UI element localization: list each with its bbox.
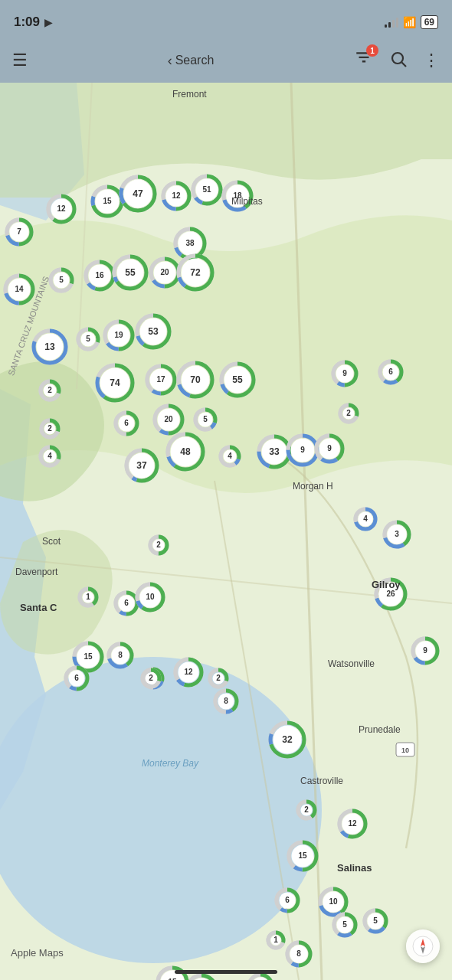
cluster-label: 14 bbox=[15, 286, 23, 293]
cluster-marker[interactable]: 8 bbox=[213, 688, 239, 714]
cluster-label: 70 bbox=[190, 375, 200, 384]
cluster-marker[interactable]: 26 bbox=[374, 577, 408, 611]
cluster-ring: 8 bbox=[213, 688, 239, 714]
cluster-marker[interactable]: 1 bbox=[266, 930, 286, 950]
cluster-marker[interactable]: 13 bbox=[31, 328, 68, 365]
more-button[interactable]: ⋮ bbox=[423, 51, 440, 70]
back-button[interactable]: ‹ Search bbox=[168, 53, 215, 69]
cluster-marker[interactable]: 18 bbox=[221, 180, 254, 212]
cluster-label: 5 bbox=[86, 335, 90, 343]
cluster-marker[interactable]: 12 bbox=[173, 657, 204, 688]
cluster-marker[interactable]: 9 bbox=[411, 636, 440, 665]
cluster-marker[interactable]: 1 bbox=[77, 586, 99, 608]
cluster-marker[interactable]: 8 bbox=[106, 642, 134, 669]
cluster-marker[interactable]: 2 bbox=[338, 403, 359, 424]
cluster-label: 5 bbox=[59, 276, 64, 284]
cluster-marker[interactable]: 6 bbox=[64, 665, 90, 691]
cluster-marker[interactable]: 4 bbox=[38, 445, 61, 468]
cluster-ring: 12 bbox=[173, 657, 204, 688]
cluster-marker[interactable]: 55 bbox=[219, 361, 256, 398]
cluster-ring: 9 bbox=[314, 433, 345, 464]
cluster-marker[interactable]: 20 bbox=[152, 403, 185, 436]
cluster-marker[interactable]: 8 bbox=[285, 940, 313, 968]
search-icon bbox=[389, 50, 408, 68]
back-arrow-icon: ‹ bbox=[168, 53, 172, 69]
signal-bar-2 bbox=[388, 22, 391, 28]
cluster-ring: 51 bbox=[191, 174, 223, 206]
wifi-icon: 📶 bbox=[403, 16, 416, 28]
cluster-marker[interactable]: 5 bbox=[332, 912, 358, 938]
cluster-marker[interactable]: 2 bbox=[39, 418, 61, 439]
cluster-marker[interactable]: 12 bbox=[337, 808, 368, 839]
cluster-marker[interactable]: 9 bbox=[331, 360, 359, 387]
cluster-marker[interactable]: 5 bbox=[193, 407, 218, 432]
status-time: 1:09 bbox=[14, 15, 40, 30]
cluster-label: 7 bbox=[17, 228, 21, 236]
search-button[interactable] bbox=[389, 50, 408, 71]
cluster-label: 6 bbox=[74, 675, 79, 682]
location-icon: ▶ bbox=[44, 16, 53, 28]
cluster-marker[interactable]: 32 bbox=[268, 720, 306, 759]
cluster-marker[interactable]: 7 bbox=[5, 217, 34, 247]
cluster-ring: 1 bbox=[77, 586, 99, 608]
cluster-marker[interactable]: 2 bbox=[140, 668, 162, 689]
cluster-marker[interactable]: 16 bbox=[84, 260, 116, 292]
cluster-marker[interactable]: 9 bbox=[314, 433, 345, 464]
cluster-label: 15 bbox=[103, 198, 111, 205]
cluster-marker[interactable]: 5 bbox=[48, 267, 74, 293]
cluster-label: 2 bbox=[346, 410, 351, 417]
cluster-label: 15 bbox=[84, 653, 92, 661]
cluster-ring: 5 bbox=[332, 912, 358, 938]
cluster-marker[interactable]: 14 bbox=[3, 273, 35, 305]
cluster-ring: 15 bbox=[185, 973, 218, 980]
battery-level: 69 bbox=[421, 15, 438, 29]
cluster-ring: 2 bbox=[38, 379, 61, 402]
cluster-ring: 19 bbox=[103, 319, 135, 351]
cluster-label: 12 bbox=[172, 192, 180, 200]
map[interactable]: 10 Fremont Milpitas Morgan H Gilroy Sant… bbox=[0, 83, 452, 980]
cluster-ring: 47 bbox=[119, 175, 157, 213]
cluster-label: 16 bbox=[95, 272, 103, 279]
cluster-marker[interactable]: 2 bbox=[148, 534, 169, 556]
cluster-marker[interactable]: 2 bbox=[38, 379, 61, 402]
cluster-label: 10 bbox=[329, 898, 337, 906]
cluster-marker[interactable]: 15 bbox=[287, 840, 319, 872]
cluster-marker[interactable]: 2 bbox=[208, 668, 229, 689]
cluster-marker[interactable]: 72 bbox=[176, 253, 215, 292]
compass-button[interactable] bbox=[406, 929, 440, 963]
cluster-marker[interactable]: 55 bbox=[112, 254, 149, 291]
cluster-marker[interactable]: 6 bbox=[113, 410, 139, 436]
cluster-label: 8 bbox=[118, 652, 123, 659]
cluster-marker[interactable]: 6 bbox=[274, 887, 300, 913]
cluster-marker[interactable]: 4 bbox=[218, 445, 241, 468]
cluster-label: 53 bbox=[148, 327, 158, 336]
cluster-label: 12 bbox=[184, 668, 192, 676]
cluster-ring: 6 bbox=[64, 665, 90, 691]
cluster-marker[interactable]: 12 bbox=[161, 181, 192, 211]
cluster-marker[interactable]: 2 bbox=[296, 799, 317, 821]
cluster-label: 9 bbox=[300, 446, 305, 454]
cluster-marker[interactable]: 48 bbox=[165, 432, 205, 472]
cluster-label: 6 bbox=[388, 368, 393, 376]
hamburger-button[interactable]: ☰ bbox=[12, 51, 28, 70]
cluster-marker[interactable]: 6 bbox=[378, 359, 404, 385]
cluster-marker[interactable]: 53 bbox=[135, 313, 172, 350]
svg-point-0 bbox=[392, 53, 403, 64]
cluster-marker[interactable]: 15 bbox=[185, 973, 218, 980]
cluster-marker[interactable]: 12 bbox=[46, 194, 77, 224]
cluster-marker[interactable]: 5 bbox=[362, 908, 388, 934]
cluster-label: 1 bbox=[86, 593, 90, 601]
cluster-marker[interactable]: 47 bbox=[119, 175, 157, 213]
cluster-marker[interactable]: 70 bbox=[176, 361, 215, 399]
cluster-marker[interactable]: 17 bbox=[145, 364, 177, 396]
cluster-marker[interactable]: 10 bbox=[135, 582, 165, 612]
cluster-marker[interactable]: 5 bbox=[76, 327, 100, 351]
cluster-marker[interactable]: 19 bbox=[103, 319, 135, 351]
cluster-marker[interactable]: 51 bbox=[191, 174, 223, 206]
cluster-marker[interactable]: 37 bbox=[124, 448, 159, 483]
filter-button[interactable]: 1 bbox=[354, 49, 374, 72]
cluster-marker[interactable]: 3 bbox=[382, 520, 411, 549]
nav-bar: ☰ ‹ Search 1 ⋮ bbox=[0, 38, 452, 83]
cluster-marker[interactable]: 74 bbox=[95, 363, 135, 403]
cluster-marker[interactable]: 4 bbox=[353, 507, 378, 531]
